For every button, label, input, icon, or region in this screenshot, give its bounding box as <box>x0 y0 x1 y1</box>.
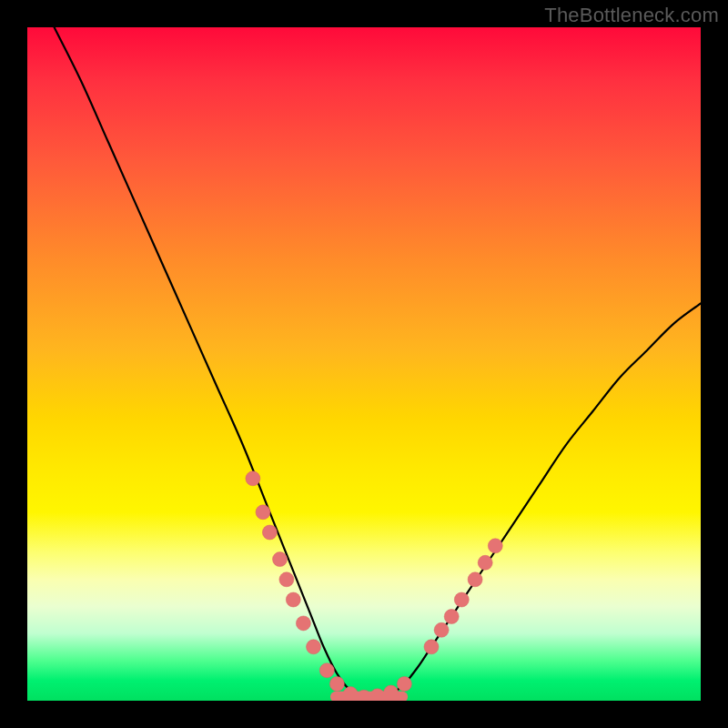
data-marker <box>329 677 344 692</box>
data-marker <box>273 552 288 567</box>
data-marker <box>434 622 449 637</box>
data-marker <box>296 616 310 631</box>
flat-segment <box>330 692 408 701</box>
data-marker <box>286 592 300 607</box>
data-marker <box>262 525 277 540</box>
watermark-text: TheBottleneck.com <box>544 4 719 27</box>
data-marker <box>478 555 492 570</box>
chart-frame: TheBottleneck.com <box>0 0 728 728</box>
data-marker <box>444 610 459 624</box>
data-marker <box>256 505 270 520</box>
data-marker <box>246 471 260 486</box>
data-marker <box>454 592 469 607</box>
data-marker <box>424 640 439 654</box>
data-marker <box>319 663 334 678</box>
marker-group <box>246 471 502 701</box>
data-marker <box>279 572 294 587</box>
bottleneck-curve <box>55 27 701 698</box>
data-marker <box>307 640 321 654</box>
valley-flat-marker <box>330 692 408 701</box>
data-marker <box>397 677 411 692</box>
plot-area <box>27 27 701 701</box>
curve-svg <box>27 27 701 701</box>
data-marker <box>468 572 482 587</box>
data-marker <box>488 539 502 553</box>
